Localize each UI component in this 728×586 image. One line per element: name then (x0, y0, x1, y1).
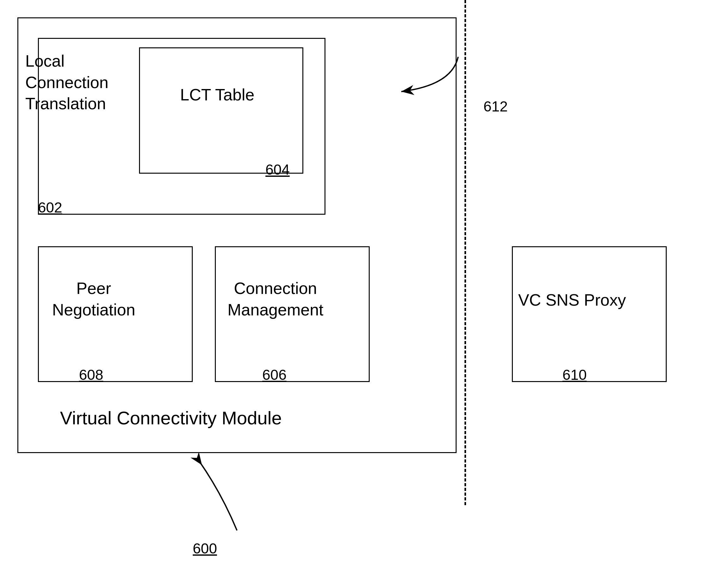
arrow-612-svg (363, 47, 474, 136)
vc-sns-proxy-box (512, 246, 667, 382)
lct-number-602: 602 (38, 199, 62, 216)
peer-negotiation-number-608: 608 (79, 366, 103, 383)
diagram-page: LocalConnectionTranslation 602 LCT Table… (0, 0, 728, 586)
connection-management-label: ConnectionManagement (227, 278, 324, 320)
local-connection-label: LocalConnectionTranslation (25, 51, 108, 115)
vc-sns-proxy-label: VC SNS Proxy (518, 291, 626, 310)
arrow-612-label: 612 (483, 98, 508, 115)
virtual-connectivity-module-label: Virtual Connectivity Module (60, 407, 282, 428)
arrow-600-label: 600 (193, 540, 217, 557)
peer-negotiation-label: PeerNegotiation (52, 278, 135, 320)
lct-table-label: LCT Table (180, 85, 254, 104)
lct-table-number-604: 604 (266, 161, 290, 178)
vc-sns-proxy-number-610: 610 (562, 366, 587, 383)
connection-management-number-606: 606 (262, 366, 286, 383)
lct-table-box (139, 47, 303, 174)
arrow-600-svg (174, 455, 275, 543)
